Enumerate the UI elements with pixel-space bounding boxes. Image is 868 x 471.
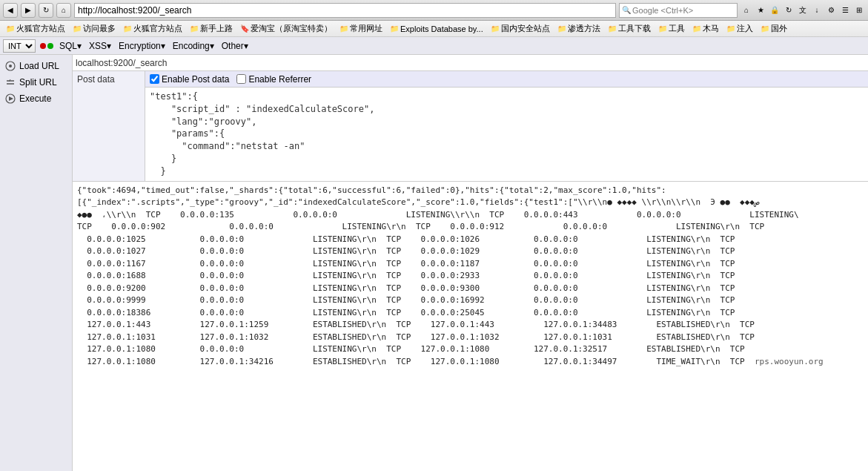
bookmark-label: 新手上路 bbox=[200, 23, 233, 34]
bookmarks-bar: 📁 火狐官方站点 📁 访问最多 📁 火狐官方站点 📁 新手上路 🔖 爱淘宝（原淘… bbox=[0, 21, 868, 37]
bookmark-folder-icon: 📁 bbox=[123, 24, 132, 33]
bookmark-taobao[interactable]: 🔖 爱淘宝（原淘宝特卖） bbox=[237, 22, 335, 35]
enable-referrer-label[interactable]: Enable Referrer bbox=[236, 74, 311, 85]
bookmark-folder-icon: 📁 bbox=[726, 24, 735, 33]
bookmark-huhu2[interactable]: 📁 火狐官方站点 bbox=[120, 22, 185, 35]
bookmark-pentest[interactable]: 📁 渗透方法 bbox=[554, 22, 603, 35]
result-line-12: 127.0.0.1:443 127.0.0.1:1259 ESTABLISHED… bbox=[77, 319, 864, 332]
load-url-icon bbox=[4, 60, 16, 72]
settings-icon[interactable]: ⚙ bbox=[825, 4, 837, 16]
bookmark-label: Exploits Database by... bbox=[400, 24, 483, 33]
bookmark-folder-icon: 📁 bbox=[73, 24, 82, 33]
home-button[interactable]: ⌂ bbox=[56, 3, 71, 18]
int-select[interactable]: INT bbox=[3, 39, 36, 53]
bookmark-label: 工具 bbox=[669, 23, 685, 34]
other-menu[interactable]: Other▾ bbox=[220, 40, 250, 52]
result-line-3: ◆●● ،\\r\\n TCP 0.0.0.0:135 0.0.0.0:0 LI… bbox=[77, 209, 864, 222]
bookmark-folder-icon: 📁 bbox=[390, 24, 399, 33]
bookmark-inject[interactable]: 📁 注入 bbox=[723, 22, 756, 35]
back-button[interactable]: ◀ bbox=[3, 3, 18, 18]
encryption-menu[interactable]: Encryption▾ bbox=[117, 40, 167, 52]
result-line-9: 0.0.0.0:9200 0.0.0.0:0 LISTENING\r\n TCP… bbox=[77, 283, 864, 295]
encoding-menu[interactable]: Encoding▾ bbox=[171, 40, 216, 52]
results-area: {"took":4694,"timed_out":false,"_shards"… bbox=[73, 182, 868, 471]
load-url-label: Load URL bbox=[19, 61, 59, 71]
bookmark-folder-icon: 📁 bbox=[491, 24, 500, 33]
bookmark-visit[interactable]: 📁 访问最多 bbox=[70, 22, 119, 35]
lang-icon[interactable]: 文 bbox=[797, 4, 809, 16]
bookmark-folder-icon: 📁 bbox=[190, 24, 199, 33]
bookmark-label: 火狐官方站点 bbox=[16, 23, 65, 34]
result-line-11: 0.0.0.0:18386 0.0.0.0:0 LISTENING\r\n TC… bbox=[77, 307, 864, 320]
result-line-8: 0.0.0.0:1688 0.0.0.0:0 LISTENING\r\n TCP… bbox=[77, 270, 864, 283]
result-line-5: 0.0.0.0:1025 0.0.0.0:0 LISTENING\r\n TCP… bbox=[77, 234, 864, 246]
lock-icon[interactable]: 🔒 bbox=[769, 4, 781, 16]
bookmark-folder-icon: 📁 bbox=[658, 24, 667, 33]
download-icon[interactable]: ↓ bbox=[811, 4, 823, 16]
enable-post-label[interactable]: Enable Post data bbox=[150, 74, 229, 85]
bookmark-folder-icon: 📁 bbox=[761, 24, 769, 33]
bookmark-huhu1[interactable]: 📁 火狐官方站点 bbox=[3, 22, 68, 35]
bookmark-label: 工具下载 bbox=[618, 23, 651, 34]
split-url-action[interactable]: Split URL bbox=[0, 74, 72, 90]
home-icon[interactable]: ⌂ bbox=[741, 4, 752, 16]
main-layout: Load URL Split URL Execute bbox=[0, 55, 868, 471]
split-url-label: Split URL bbox=[19, 77, 57, 88]
enable-post-checkbox[interactable] bbox=[150, 74, 159, 84]
execute-action[interactable]: Execute bbox=[0, 90, 72, 107]
post-data-content[interactable]: "test1":{ "script_id" : "indexedCalculat… bbox=[145, 88, 868, 181]
result-line-6: 0.0.0.0:1027 0.0.0.0:0 LISTENING\r\n TCP… bbox=[77, 246, 864, 258]
bookmark-icon[interactable]: ★ bbox=[755, 4, 766, 16]
post-data-section: Post data Enable Post data Enable Referr… bbox=[73, 71, 868, 182]
forward-button[interactable]: ▶ bbox=[21, 3, 36, 18]
int-toolbar: INT SQL▾ XSS▾ Encryption▾ Encoding▾ Othe… bbox=[0, 37, 868, 55]
sql-menu[interactable]: SQL▾ bbox=[58, 40, 83, 52]
bookmark-label: 火狐官方站点 bbox=[133, 23, 182, 34]
green-dot bbox=[47, 43, 53, 49]
result-line-13: 127.0.0.1:1031 127.0.0.1:1032 ESTABLISHE… bbox=[77, 332, 864, 344]
svg-point-1 bbox=[9, 65, 12, 67]
url-display-row: localhost:9200/_search bbox=[73, 55, 868, 71]
bookmark-label: 国内安全站点 bbox=[501, 23, 550, 34]
bookmark-label: 爱淘宝（原淘宝特卖） bbox=[251, 23, 332, 34]
reload-button[interactable]: ↻ bbox=[39, 3, 53, 18]
bookmark-tools[interactable]: 📁 工具下载 bbox=[605, 22, 654, 35]
bookmark-security[interactable]: 📁 国内安全站点 bbox=[488, 22, 553, 35]
bookmark-label: 常用网址 bbox=[350, 23, 382, 34]
load-url-action[interactable]: Load URL bbox=[0, 58, 72, 74]
execute-label: Execute bbox=[19, 93, 51, 104]
result-line-2: [{"_index":".scripts","_type":"groovy","… bbox=[77, 197, 864, 209]
bookmark-label: 访问最多 bbox=[83, 23, 116, 34]
search-label: Google <Ctrl+K> bbox=[632, 6, 693, 15]
browser-toolbar: ◀ ▶ ↻ ⌂ 🔍 Google <Ctrl+K> ⌂ ★ 🔒 ↻ 文 ↓ ⚙ … bbox=[0, 0, 868, 21]
footer-text: rps.wooyun.org bbox=[755, 357, 824, 366]
extra-icon[interactable]: ⊞ bbox=[853, 4, 865, 16]
bookmark-trojan[interactable]: 📁 木马 bbox=[689, 22, 722, 35]
bookmark-page-icon: 🔖 bbox=[240, 24, 249, 33]
result-line-7: 0.0.0.0:1167 0.0.0.0:0 LISTENING\r\n TCP… bbox=[77, 258, 864, 271]
search-icon: 🔍 bbox=[622, 6, 631, 14]
post-data-label: Post data bbox=[73, 71, 145, 181]
bookmark-folder-icon: 📁 bbox=[339, 24, 348, 33]
bookmark-label: 注入 bbox=[737, 23, 753, 34]
bookmark-foreign[interactable]: 📁 国外 bbox=[758, 22, 790, 35]
bookmark-newbie[interactable]: 📁 新手上路 bbox=[187, 22, 236, 35]
post-data-right: Enable Post data Enable Referrer "test1"… bbox=[145, 71, 868, 181]
bookmark-common[interactable]: 📁 常用网址 bbox=[337, 22, 385, 35]
svg-marker-6 bbox=[9, 96, 13, 101]
split-url-icon bbox=[4, 76, 16, 88]
menu-icon[interactable]: ☰ bbox=[839, 4, 851, 16]
bookmark-label: 国外 bbox=[771, 23, 787, 34]
bookmark-exploits[interactable]: 📁 Exploits Database by... bbox=[387, 24, 486, 34]
enable-referrer-checkbox[interactable] bbox=[236, 74, 246, 84]
right-panel: localhost:9200/_search Post data Enable … bbox=[73, 55, 868, 471]
bookmark-tool2[interactable]: 📁 工具 bbox=[655, 22, 688, 35]
bookmark-label: 渗透方法 bbox=[568, 23, 600, 34]
result-line-14: 127.0.0.1:1080 0.0.0.0:0 LISTENING\r\n T… bbox=[77, 343, 864, 356]
result-line-10: 0.0.0.0:9999 0.0.0.0:0 LISTENING\r\n TCP… bbox=[77, 294, 864, 307]
address-bar[interactable] bbox=[74, 3, 616, 18]
execute-icon bbox=[4, 93, 16, 105]
xss-menu[interactable]: XSS▾ bbox=[87, 40, 113, 52]
post-options-bar: Enable Post data Enable Referrer bbox=[145, 71, 868, 88]
refresh-icon[interactable]: ↻ bbox=[783, 4, 795, 16]
